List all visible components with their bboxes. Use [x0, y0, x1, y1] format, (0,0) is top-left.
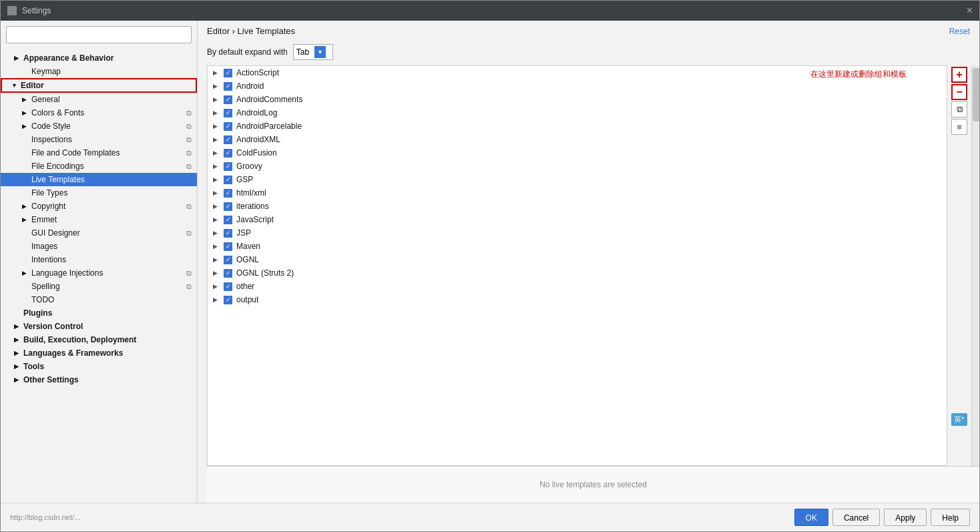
item-checkbox[interactable] [224, 202, 232, 211]
settings-dialog: Settings × ▶ Appearance & Behavior Keyma… [0, 0, 980, 532]
item-checkbox[interactable] [224, 109, 232, 117]
arrow-icon: ▼ [11, 82, 18, 89]
list-item[interactable]: ▶ output [208, 293, 947, 306]
copy-template-button[interactable]: ⧉ [951, 101, 967, 117]
sidebar-item-code-style[interactable]: ▶ Code Style ⧉ [1, 119, 197, 133]
item-checkbox[interactable] [224, 296, 232, 304]
expand-arrow: ▶ [213, 256, 220, 263]
add-template-button[interactable]: + [951, 67, 967, 83]
item-checkbox[interactable] [224, 69, 232, 77]
no-selection-text: No live templates are selected [539, 480, 647, 489]
sidebar-item-plugins[interactable]: Plugins [1, 306, 197, 320]
list-item[interactable]: ▶ other [208, 280, 947, 293]
sidebar-item-label: Emmet [31, 215, 57, 224]
list-item[interactable]: ▶ Android [208, 79, 947, 93]
copy-icon: ⧉ [186, 162, 192, 171]
list-item[interactable]: ▶ AndroidParcelable [208, 119, 947, 133]
main-header: Editor › Live Templates Reset [198, 21, 979, 41]
sidebar-item-languages[interactable]: ▶ Languages & Frameworks [1, 346, 197, 360]
item-checkbox[interactable] [224, 82, 232, 91]
expand-arrow: ▶ [213, 136, 220, 143]
sidebar-item-label: Language Injections [31, 268, 103, 278]
sidebar-item-file-types[interactable]: File Types [1, 186, 197, 200]
list-item[interactable]: ▶ GSP [208, 173, 947, 186]
help-button[interactable]: Help [931, 509, 970, 526]
sidebar-item-label: Images [31, 242, 57, 251]
list-item[interactable]: ▶ JSP [208, 226, 947, 240]
list-item[interactable]: ▶ AndroidLog [208, 106, 947, 119]
arrow-icon: ▶ [22, 270, 29, 276]
item-label: output [236, 295, 258, 304]
list-item[interactable]: ▶ AndroidXML [208, 133, 947, 146]
sidebar-item-file-code-templates[interactable]: File and Code Templates ⧉ [1, 146, 197, 160]
expand-arrow: ▶ [213, 96, 220, 103]
sidebar-item-gui-designer[interactable]: GUI Designer ⧉ [1, 226, 197, 240]
sidebar-item-copyright[interactable]: ▶ Copyright ⧉ [1, 200, 197, 213]
expand-arrow: ▶ [213, 83, 220, 89]
list-item[interactable]: ▶ ColdFusion [208, 146, 947, 160]
item-checkbox[interactable] [224, 162, 232, 171]
scrollbar-thumb[interactable] [973, 68, 979, 121]
apply-button[interactable]: Apply [884, 509, 927, 526]
sidebar-item-other-settings[interactable]: ▶ Other Settings [1, 373, 197, 386]
sidebar-item-emmet[interactable]: ▶ Emmet [1, 213, 197, 226]
list-item[interactable]: ▶ OGNL (Struts 2) [208, 266, 947, 280]
item-checkbox[interactable] [224, 136, 232, 144]
sidebar-item-general[interactable]: ▶ General [1, 93, 197, 106]
list-item[interactable]: ▶ OGNL [208, 253, 947, 266]
item-checkbox[interactable] [224, 216, 232, 224]
sidebar-item-version-control[interactable]: ▶ Version Control [1, 320, 197, 333]
arrow-icon: ▶ [22, 123, 29, 129]
list-item[interactable]: ▶ ActionScript [208, 66, 947, 79]
list-item[interactable]: ▶ iterations [208, 200, 947, 213]
sidebar-item-todo[interactable]: TODO [1, 293, 197, 306]
close-button[interactable]: × [967, 5, 973, 16]
template-list[interactable]: 在这里新建或删除组和模板 ▶ ActionScript ▶ Android [207, 65, 947, 466]
remove-template-button[interactable]: − [951, 84, 967, 100]
list-item[interactable]: ▶ html/xml [208, 186, 947, 200]
item-checkbox[interactable] [224, 229, 232, 238]
sidebar-item-file-encodings[interactable]: File Encodings ⧉ [1, 160, 197, 173]
item-label: Android [236, 81, 264, 91]
item-checkbox[interactable] [224, 269, 232, 278]
reset-button[interactable]: Reset [949, 27, 970, 36]
item-checkbox[interactable] [224, 256, 232, 264]
search-input[interactable] [6, 26, 192, 43]
sidebar-item-tools[interactable]: ▶ Tools [1, 360, 197, 373]
expand-value: Tab [296, 47, 309, 57]
dropdown-arrow[interactable]: ▼ [314, 46, 326, 58]
sidebar-item-colors-fonts[interactable]: ▶ Colors & Fonts ⧉ [1, 106, 197, 119]
sidebar-item-keymap[interactable]: Keymap [1, 65, 197, 78]
sidebar-item-appearance[interactable]: ▶ Appearance & Behavior [1, 51, 197, 65]
item-checkbox[interactable] [224, 122, 232, 131]
scrollbar[interactable] [971, 65, 979, 466]
item-checkbox[interactable] [224, 189, 232, 198]
sidebar-item-intentions[interactable]: Intentions [1, 253, 197, 266]
arrow-icon: ▶ [14, 55, 21, 61]
item-checkbox[interactable] [224, 149, 232, 158]
list-item[interactable]: ▶ AndroidComments [208, 93, 947, 106]
cancel-button[interactable]: Cancel [832, 509, 880, 526]
item-checkbox[interactable] [224, 282, 232, 291]
list-item[interactable]: ▶ JavaScript [208, 213, 947, 226]
sidebar-item-label: TODO [31, 295, 54, 304]
item-checkbox[interactable] [224, 95, 232, 104]
sidebar-item-live-templates[interactable]: Live Templates [1, 173, 197, 186]
sidebar-item-images[interactable]: Images [1, 240, 197, 253]
ok-button[interactable]: OK [794, 509, 828, 526]
sidebar-item-label: Intentions [31, 255, 66, 264]
expand-arrow: ▶ [213, 283, 220, 290]
sidebar-item-lang-injections[interactable]: ▶ Language Injections ⧉ [1, 266, 197, 280]
expand-dropdown[interactable]: Tab ▼ [293, 44, 333, 60]
move-template-button[interactable]: ≡ [951, 119, 967, 135]
sidebar-item-inspections[interactable]: Inspections ⧉ [1, 133, 197, 146]
list-item[interactable]: ▶ Maven [208, 240, 947, 253]
sidebar-item-editor[interactable]: ▼ Editor [1, 78, 197, 93]
copy-icon: ⧉ [186, 282, 192, 291]
item-checkbox[interactable] [224, 176, 232, 184]
content-right: 在这里新建或删除组和模板 ▶ ActionScript ▶ Android [198, 65, 979, 503]
item-checkbox[interactable] [224, 242, 232, 251]
list-item[interactable]: ▶ Groovy [208, 160, 947, 173]
sidebar-item-spelling[interactable]: Spelling ⧉ [1, 280, 197, 293]
sidebar-item-build-exec[interactable]: ▶ Build, Execution, Deployment [1, 333, 197, 346]
